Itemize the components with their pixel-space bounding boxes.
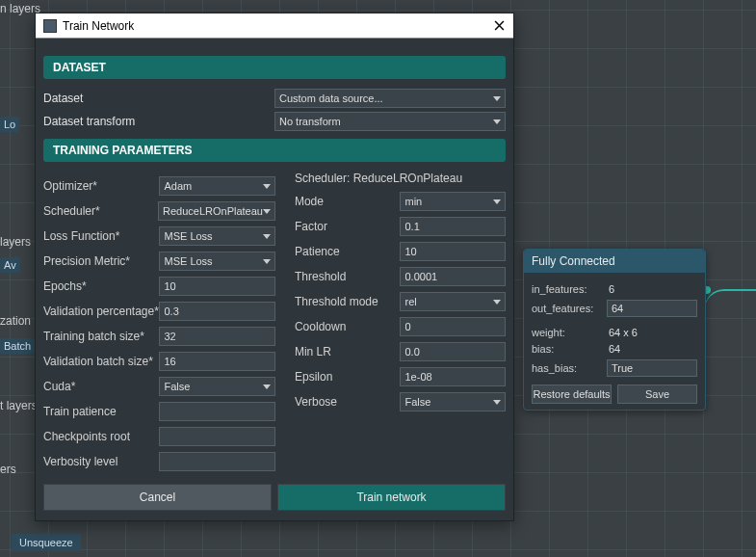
dataset-transform-label: Dataset transform bbox=[43, 115, 274, 128]
threshold-label: Threshold bbox=[295, 270, 401, 283]
chevron-down-icon bbox=[493, 96, 501, 101]
eps-label: Epsilon bbox=[295, 370, 401, 384]
optimizer-label: Optimizer* bbox=[43, 179, 159, 193]
cuda-select[interactable]: False bbox=[159, 377, 274, 396]
scheduler-select[interactable]: ReduceLROnPlateau bbox=[158, 201, 275, 221]
panel-title[interactable]: Fully Connected bbox=[524, 250, 705, 273]
out-features-input[interactable] bbox=[607, 300, 697, 317]
precision-label: Precision Metric* bbox=[43, 254, 159, 268]
dataset-transform-value: No transform bbox=[279, 116, 341, 127]
chevron-down-icon bbox=[263, 209, 271, 214]
chevron-down-icon bbox=[493, 119, 501, 124]
valpct-label: Validation percentage* bbox=[43, 305, 159, 318]
factor-label: Factor bbox=[295, 220, 401, 233]
mode-select[interactable]: min bbox=[400, 192, 506, 211]
train-network-button[interactable]: Train network bbox=[277, 484, 506, 511]
has-bias-input[interactable] bbox=[607, 359, 697, 377]
cuda-label: Cuda* bbox=[43, 380, 159, 393]
chevron-down-icon bbox=[263, 184, 271, 189]
tree-chip[interactable]: Lo bbox=[0, 117, 19, 132]
trainbs-label: Training batch size* bbox=[43, 330, 159, 343]
precision-select[interactable]: MSE Loss bbox=[159, 252, 274, 271]
epochs-input[interactable] bbox=[159, 277, 274, 296]
save-button[interactable]: Save bbox=[617, 385, 697, 404]
optimizer-select[interactable]: Adam bbox=[159, 176, 274, 196]
verb-label: Verbosity level bbox=[43, 455, 159, 468]
chevron-down-icon bbox=[263, 234, 271, 239]
patience-input[interactable] bbox=[400, 242, 506, 261]
train-network-dialog: Train Network DATASET Dataset Custom dat… bbox=[35, 13, 514, 521]
loss-select[interactable]: MSE Loss bbox=[159, 226, 274, 246]
tree-chip-unsqueeze[interactable]: Unsqueeze bbox=[12, 534, 81, 551]
verbose-select[interactable]: False bbox=[400, 392, 506, 411]
chevron-down-icon bbox=[493, 199, 501, 204]
restore-defaults-button[interactable]: Restore defaults bbox=[532, 385, 612, 404]
minlr-label: Min LR bbox=[295, 345, 401, 358]
ckpt-label: Checkpoints root bbox=[43, 430, 159, 443]
tree-chip[interactable]: Batch bbox=[0, 338, 35, 354]
verbosity-input[interactable] bbox=[159, 452, 274, 471]
dataset-select[interactable]: Custom data source... bbox=[274, 89, 506, 108]
mode-label: Mode bbox=[295, 195, 401, 208]
tree-chip[interactable]: Av bbox=[0, 257, 20, 273]
valbs-label: Validation batch size* bbox=[43, 355, 159, 368]
out-features-label: out_features: bbox=[532, 303, 607, 314]
patience-label: Patience bbox=[295, 245, 401, 258]
has-bias-label: has_bias: bbox=[532, 362, 607, 374]
checkpoints-root-input[interactable] bbox=[159, 427, 274, 446]
training-batch-input[interactable] bbox=[159, 327, 274, 346]
threshold-mode-select[interactable]: rel bbox=[400, 292, 506, 311]
tree-text: t layers bbox=[0, 399, 38, 412]
train-patience-input[interactable] bbox=[159, 402, 274, 421]
dataset-transform-select[interactable]: No transform bbox=[274, 112, 506, 131]
in-features-label: in_features: bbox=[532, 283, 607, 295]
trainpat-label: Train patience bbox=[43, 405, 159, 418]
app-icon bbox=[43, 19, 57, 33]
tree-text: zation bbox=[0, 314, 31, 328]
epsilon-input[interactable] bbox=[400, 367, 506, 386]
chevron-down-icon bbox=[263, 259, 271, 264]
dialog-title: Train Network bbox=[63, 19, 134, 33]
chevron-down-icon bbox=[493, 400, 501, 405]
verbose-label: Verbose bbox=[295, 395, 401, 409]
close-icon[interactable] bbox=[492, 19, 506, 33]
connection-wire bbox=[705, 289, 756, 328]
scheduler-title: Scheduler: ReduceLROnPlateau bbox=[295, 172, 506, 185]
chevron-down-icon bbox=[493, 300, 501, 305]
layer-tree-fragment: n layers Lo layers Av zation Batch t lay… bbox=[0, 0, 34, 557]
validation-pct-input[interactable] bbox=[159, 302, 274, 321]
factor-input[interactable] bbox=[400, 217, 506, 236]
in-features-value: 6 bbox=[607, 283, 697, 295]
bias-value: 64 bbox=[607, 343, 697, 355]
fully-connected-panel[interactable]: Fully Connected in_features: 6 out_featu… bbox=[523, 249, 706, 411]
dataset-value: Custom data source... bbox=[279, 93, 383, 104]
weight-label: weight: bbox=[532, 327, 607, 338]
dialog-titlebar[interactable]: Train Network bbox=[36, 13, 513, 39]
validation-batch-input[interactable] bbox=[159, 352, 274, 371]
minlr-input[interactable] bbox=[400, 342, 506, 361]
dataset-label: Dataset bbox=[43, 92, 274, 105]
section-header-training: TRAINING PARAMETERS bbox=[43, 139, 506, 162]
bias-label: bias: bbox=[532, 343, 607, 355]
weight-value: 64 x 6 bbox=[607, 327, 697, 338]
chevron-down-icon bbox=[263, 385, 271, 389]
threshold-input[interactable] bbox=[400, 267, 506, 286]
epochs-label: Epochs* bbox=[43, 279, 159, 293]
section-header-dataset: DATASET bbox=[43, 56, 506, 79]
cooldown-input[interactable] bbox=[400, 317, 506, 336]
scheduler-label: Scheduler* bbox=[43, 204, 158, 218]
thrmode-label: Threshold mode bbox=[295, 295, 401, 308]
tree-text: ers bbox=[0, 463, 16, 476]
cancel-button[interactable]: Cancel bbox=[43, 484, 272, 511]
tree-text: layers bbox=[0, 235, 31, 249]
loss-label: Loss Function* bbox=[43, 229, 159, 243]
cooldown-label: Cooldown bbox=[295, 320, 401, 333]
